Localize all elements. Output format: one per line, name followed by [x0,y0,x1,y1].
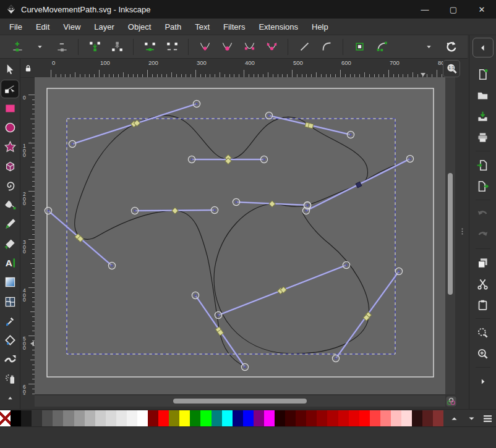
node-handle[interactable] [108,262,115,269]
calligraphy-tool[interactable] [1,235,19,252]
delete-node-button[interactable] [53,38,71,56]
spiral-tool[interactable] [1,177,19,194]
menu-file[interactable]: File [2,20,29,34]
node-handle[interactable] [332,355,339,361]
node-handle[interactable] [304,201,310,208]
palette-swatch-22[interactable] [233,410,243,426]
palette-swatch-40[interactable] [422,410,433,426]
cut-button[interactable] [474,274,492,293]
undo-button[interactable] [474,205,492,223]
gradient-tool[interactable] [1,274,19,290]
palette-swatch-8[interactable] [85,410,95,426]
break-nodes-button[interactable] [108,38,126,56]
node-handle[interactable] [193,100,200,107]
palette-swatch-9[interactable] [95,410,106,426]
export-document-button[interactable] [474,177,492,195]
pen-tool[interactable] [1,197,19,213]
palette-swatch-25[interactable] [264,410,275,426]
palette-swatch-23[interactable] [243,410,254,426]
palette-swatch-12[interactable] [127,410,137,426]
palette-swatch-4[interactable] [42,410,53,426]
menu-extensions[interactable]: Extensions [252,20,305,34]
palette-swatch-20[interactable] [212,410,222,426]
palette-swatch-15[interactable] [158,410,169,426]
node-handle[interactable] [211,206,218,213]
make-symmetric-button[interactable] [240,38,259,56]
palette-swatch-41[interactable] [433,410,443,426]
menu-help[interactable]: Help [305,20,335,34]
palette-swatch-18[interactable] [190,410,200,426]
rectangle-tool[interactable] [1,100,19,117]
vertical-scrollbar[interactable] [445,77,455,394]
star-tool[interactable] [1,138,19,155]
collapse-toolbar-button[interactable] [472,38,494,57]
palette-swatch-1[interactable] [11,410,21,426]
palette-swatch-34[interactable] [359,410,370,426]
paste-button[interactable] [474,295,492,314]
palette-scroll-up[interactable] [447,412,461,425]
zoom-drawing-button[interactable] [474,344,492,363]
insert-node-button[interactable] [8,38,27,56]
next-path-effect-button[interactable] [442,38,460,56]
text-tool[interactable]: A [1,255,19,271]
node-handle[interactable] [215,311,221,318]
stroke-to-path-button[interactable] [372,38,391,56]
node-handle[interactable] [69,140,75,147]
palette-swatch-35[interactable] [370,410,380,426]
palette-swatch-33[interactable] [349,410,359,426]
insert-node-options-button[interactable] [30,38,49,56]
canvas[interactable] [35,77,445,394]
palette-swatch-3[interactable] [32,410,42,426]
palette-swatch-10[interactable] [106,410,116,426]
bucket-tool[interactable] [1,332,19,349]
menu-path[interactable]: Path [158,20,188,34]
palette-swatch-14[interactable] [148,410,158,426]
make-curve-button[interactable] [317,38,336,56]
menu-layer[interactable]: Layer [87,20,121,34]
horizontal-scrollbar[interactable] [35,395,445,407]
palette-swatch-30[interactable] [317,410,327,426]
print-document-button[interactable] [474,128,492,146]
node-handle[interactable] [45,207,51,214]
import-document-button[interactable] [474,156,492,174]
palette-swatch-37[interactable] [391,410,401,426]
palette-swatch-36[interactable] [380,410,391,426]
palette-swatch-26[interactable] [275,410,285,426]
show-handles-options-button[interactable] [419,38,438,56]
palette-swatch-6[interactable] [63,410,74,426]
palette-swatch-2[interactable] [21,410,32,426]
join-with-segment-button[interactable] [140,38,159,56]
vertical-scrollbar-thumb[interactable] [448,173,453,295]
tweak-tool[interactable] [1,351,19,368]
commandbar-overflow-arrow-button[interactable] [474,372,492,391]
palette-swatch-5[interactable] [53,410,63,426]
palette-swatch-7[interactable] [74,410,85,426]
node-handle[interactable] [347,131,354,138]
close-button[interactable]: ✕ [468,0,496,19]
palette-swatch-17[interactable] [179,410,190,426]
menu-object[interactable]: Object [121,20,158,34]
palette-swatch-29[interactable] [306,410,317,426]
palette-swatch-19[interactable] [200,410,211,426]
path-node[interactable] [308,123,314,129]
spray-tool[interactable] [1,371,19,387]
node-handle[interactable] [265,112,272,119]
palette-swatch-13[interactable] [137,410,148,426]
palette-swatch-16[interactable] [169,410,179,426]
make-line-button[interactable] [295,38,314,56]
palette-swatch-0[interactable] [0,410,11,426]
zoom-selection-button[interactable] [474,323,492,342]
box3d-tool[interactable] [1,158,19,174]
new-document-button[interactable] [474,65,492,83]
maximize-button[interactable]: ▢ [439,0,468,19]
redo-button[interactable] [474,226,492,244]
menu-text[interactable]: Text [188,20,216,34]
menu-filters[interactable]: Filters [216,20,252,34]
node-handle[interactable] [131,207,138,214]
lock-rulers-button[interactable] [20,59,35,77]
vertical-ruler[interactable]: 01 0 02 0 03 0 04 0 05 0 06 0 0 [20,77,35,395]
palette-scroll-down[interactable] [464,412,479,425]
dropper-tool[interactable] [1,313,19,329]
palette-swatch-27[interactable] [285,410,296,426]
palette-swatch-21[interactable] [222,410,233,426]
